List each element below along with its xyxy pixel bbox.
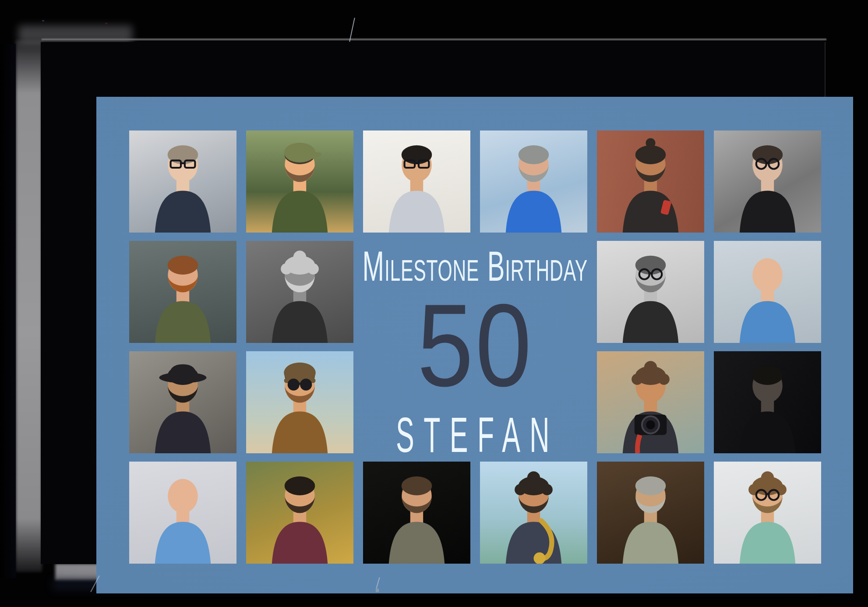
collage-title: MILESTONEBIRTHDAY (363, 250, 588, 283)
photo-17 (363, 462, 470, 564)
photo-12 (246, 351, 353, 453)
left-edge-shade (0, 44, 16, 578)
photo-10 (714, 241, 821, 343)
photo-7 (129, 241, 236, 343)
poster-frame: MILESTONEBIRTHDAY 50 STEFAN (41, 42, 826, 564)
wall-glow-left (16, 40, 42, 572)
dust-speck-blue (42, 20, 44, 21)
photo-5 (597, 131, 704, 233)
photo-grid: MILESTONEBIRTHDAY 50 STEFAN (96, 97, 853, 593)
photo-16 (246, 462, 353, 564)
photo-3 (363, 131, 470, 233)
photo-8 (246, 241, 353, 343)
birthday-name: STEFAN (392, 416, 559, 453)
mockup-scene: MILESTONEBIRTHDAY 50 STEFAN (0, 0, 868, 607)
photo-6 (714, 131, 821, 233)
photo-18 (480, 462, 587, 564)
photo-15 (129, 462, 236, 564)
photo-1 (129, 131, 236, 233)
photo-13 (597, 351, 704, 453)
age-number: 50 (417, 303, 533, 388)
center-text-block: MILESTONEBIRTHDAY 50 STEFAN (363, 241, 587, 453)
photo-11 (129, 351, 236, 453)
photo-19 (597, 462, 704, 564)
photo-2 (246, 131, 353, 233)
dust-speck-red (105, 23, 107, 24)
collage-poster: MILESTONEBIRTHDAY 50 STEFAN (96, 97, 853, 593)
dust-dot (376, 589, 379, 592)
photo-9 (597, 241, 704, 343)
photo-14 (714, 351, 821, 453)
frame-top-highlight (42, 39, 826, 40)
photo-20 (714, 462, 821, 564)
photo-4 (480, 131, 587, 233)
